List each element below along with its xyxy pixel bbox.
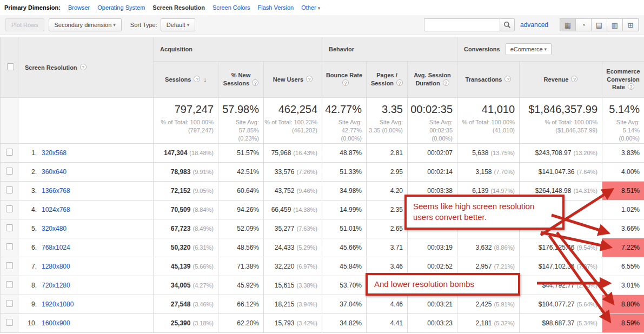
plot-rows-button[interactable]: Plot Rows [5,18,44,31]
secondary-dimension-button[interactable]: Secondary dimension▾ [49,18,122,31]
row-checkbox[interactable] [6,149,13,156]
new-sessions-cell: 62.20% [218,314,264,333]
new-users-cell: 24,433(5.29%) [264,238,322,257]
row-checkbox-cell [1,182,18,201]
help-icon[interactable]: ? [306,76,313,82]
table-row: 2.360x64078,983(9.91%)42.51%33,576(7.26%… [1,163,644,182]
pages-session-cell: 4.41 [367,314,408,333]
ecommerce-selector[interactable]: eCommerce▾ [506,43,552,55]
col-header-pages-session[interactable]: Pages / Session? [367,62,408,98]
percentage-view-icon[interactable]: ◔ [575,18,592,31]
resolution-link[interactable]: 768x1024 [42,244,70,251]
resolution-link[interactable]: 1280x800 [42,263,70,270]
row-checkbox[interactable] [6,281,13,288]
transactions-cell: 3,158(7.70%) [457,163,520,182]
conversion-rate-cell: 3.83% [602,144,644,163]
resolution-link[interactable]: 1920x1080 [42,300,74,308]
conversion-rate-cell: 4.00% [602,163,644,182]
col-header-avg-session-duration[interactable]: Avg. Session Duration? [408,62,457,98]
new-sessions-cell: 60.64% [218,182,264,201]
help-icon[interactable]: ? [443,79,449,86]
help-icon[interactable]: ? [80,64,87,70]
bounce-rate-cell: 45.66% [322,238,367,257]
help-icon[interactable]: ? [571,76,577,82]
row-number: 7. [25,263,37,270]
table-row: 9.1920x108027,548(3.46%)66.12%18,215(3.9… [1,295,644,314]
row-checkbox[interactable] [6,186,13,193]
duration-cell: 00:02:14 [408,163,457,182]
transactions-cell: 2,181(5.32%) [457,314,520,333]
row-checkbox[interactable] [6,168,13,175]
row-checkbox[interactable] [6,319,13,326]
revenue-cell: $243,708.97(13.20%) [520,144,602,163]
col-header-revenue[interactable]: Revenue? [520,62,602,98]
comparison-view-icon[interactable]: ▥ [607,18,623,31]
performance-view-icon[interactable]: ▤ [591,18,607,31]
sessions-cell: 34,005(4.27%) [154,276,218,295]
row-checkbox[interactable] [6,262,13,269]
annotation-low-res-note: And lower resolution bombs [366,273,520,296]
table-view-icon[interactable]: ▦ [560,18,576,31]
col-header-new-users[interactable]: New Users? [264,62,322,98]
total-revenue: $1,846,357.99% of Total: 100.00% ($1,846… [520,98,602,144]
resolution-link[interactable]: 1600x900 [42,319,70,327]
dimension-column-header[interactable]: Screen Resolution? [18,37,154,98]
dimension-other[interactable]: Other▾ [301,4,320,11]
row-checkbox[interactable] [6,224,13,231]
dimension-screen-resolution[interactable]: Screen Resolution [152,4,205,11]
chevron-down-icon: ▾ [318,5,321,11]
bounce-rate-cell: 51.01% [322,219,367,238]
resolution-link[interactable]: 720x1280 [42,282,70,289]
table-row: 10.1600x90025,390(3.18%)62.20%15,793(3.4… [1,314,644,333]
sort-type-label: Sort Type: [130,22,157,28]
new-sessions-cell: 48.56% [218,238,264,257]
select-all-checkbox[interactable] [7,63,14,70]
resolution-link[interactable]: 320x480 [42,225,67,232]
col-header-sessions[interactable]: Sessions?↓ [154,62,218,98]
col-header-new-sessions[interactable]: % New Sessions? [218,62,264,98]
help-icon[interactable]: ? [194,76,200,82]
sessions-cell: 27,548(3.46%) [154,295,218,314]
sort-type-button[interactable]: Default▾ [161,18,195,31]
row-checkbox[interactable] [6,243,13,250]
resolution-link[interactable]: 360x640 [42,168,67,176]
new-users-cell: 75,968(16.43%) [264,144,322,163]
help-icon[interactable]: ? [396,79,403,86]
help-icon[interactable]: ? [628,83,634,90]
conversion-rate-cell: 3.66% [602,219,644,238]
resolution-link[interactable]: 1366x768 [42,187,70,195]
bounce-rate-cell: 48.87% [322,144,367,163]
dimension-operating-system[interactable]: Operating System [97,4,145,11]
resolution-link[interactable]: 1024x768 [42,206,70,213]
row-number: 2. [25,168,37,176]
resolution-cell: 10.1600x900 [18,314,154,333]
resolution-link[interactable]: 320x568 [42,149,67,157]
search-button[interactable] [500,18,515,31]
help-icon[interactable]: ? [504,76,511,82]
help-icon[interactable]: ? [342,79,349,86]
new-sessions-cell: 45.92% [218,276,264,295]
col-header-transactions[interactable]: Transactions? [457,62,520,98]
total-pages-session: 3.35Site Avg: 3.35 (0.00%) [367,98,408,144]
row-checkbox[interactable] [6,300,13,307]
dimension-screen-colors[interactable]: Screen Colors [213,4,250,11]
row-checkbox[interactable] [6,205,13,212]
advanced-search-link[interactable]: advanced [520,21,548,29]
sessions-cell: 45,139(5.66%) [154,257,218,276]
pages-session-cell: 2.81 [367,144,408,163]
table-row: 8.720x128034,005(4.27%)45.92%15,615(3.38… [1,276,644,295]
help-icon[interactable]: ? [252,79,258,86]
dimension-flash-version[interactable]: Flash Version [258,4,294,11]
bounce-rate-cell: 51.33% [322,163,367,182]
dimension-browser[interactable]: Browser [68,4,90,11]
pivot-view-icon[interactable]: ⊞ [622,18,639,31]
col-header-bounce-rate[interactable]: Bounce Rate? [322,62,367,98]
new-sessions-cell: 71.38% [218,257,264,276]
search-input[interactable] [424,18,500,31]
conversion-rate-cell: 8.59% [602,314,644,333]
new-sessions-cell: 94.26% [218,201,264,219]
bounce-rate-cell: 34.82% [322,314,367,333]
chevron-down-icon: ▾ [113,22,116,28]
report-table: Screen Resolution? Acquisition Behavior … [0,37,644,333]
col-header-ecommerce-conversion-rate[interactable]: Ecommerce Conversion Rate? [602,62,644,98]
